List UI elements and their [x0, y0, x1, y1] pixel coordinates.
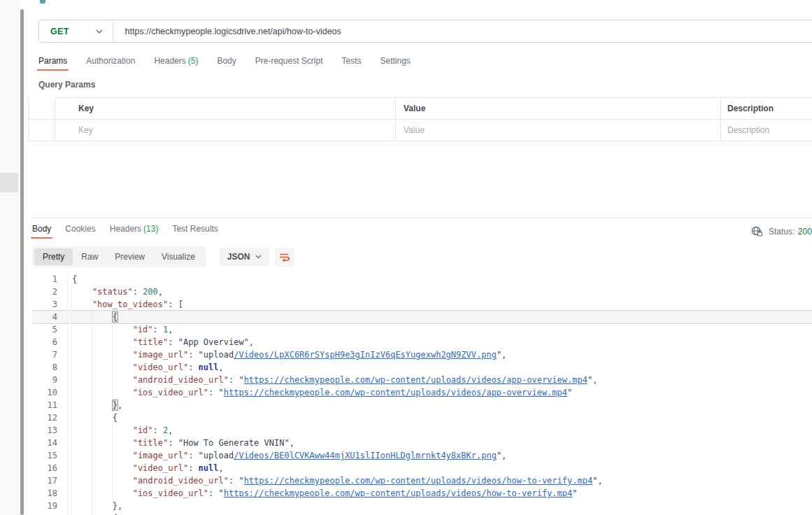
response-tab-body[interactable]: Body — [32, 224, 51, 239]
request-tab-pre-request-script[interactable]: Pre-request Script — [255, 56, 323, 71]
vertical-scrollbar[interactable] — [20, 9, 24, 515]
code-line-3[interactable]: 3"how_to_videos": [ — [32, 298, 812, 311]
code-line-9[interactable]: 9"android_video_url": "https://checkmype… — [32, 374, 812, 386]
json-link[interactable]: https://checkmypeople.com/wp-content/upl… — [224, 488, 573, 498]
format-select[interactable]: JSON — [220, 248, 269, 266]
json-number: 200 — [143, 287, 158, 297]
request-tab-tests[interactable]: Tests — [341, 56, 361, 71]
column-header-key: Key — [78, 104, 94, 113]
code-content: "ios_video_url": "https://checkmypeople.… — [67, 487, 812, 500]
code-line-19[interactable]: 19}, — [32, 500, 812, 512]
tab-label: Tests — [341, 56, 361, 66]
json-key: "id" — [133, 325, 153, 334]
json-key: "status" — [92, 287, 133, 297]
code-line-17[interactable]: 17"android_video_url": "https://checkmyp… — [32, 474, 812, 487]
indent-guide — [71, 512, 92, 515]
param-value-input[interactable]: Value — [404, 125, 425, 135]
code-line-2[interactable]: 2"status": 200, — [32, 285, 812, 298]
line-number: 4 — [32, 311, 67, 323]
json-string: " — [572, 488, 577, 498]
json-punctuation: , — [219, 362, 224, 372]
code-content: "image_url": "upload/Videos/LpXC6R6rSYsp… — [67, 348, 812, 361]
indent-guide — [71, 361, 92, 374]
code-line-4[interactable]: 4{ — [32, 311, 812, 323]
code-line-12[interactable]: 12{ — [32, 411, 812, 424]
json-punctuation: { — [72, 274, 77, 284]
view-tab-visualize[interactable]: Visualize — [153, 248, 204, 265]
indent-guide — [92, 374, 113, 386]
indent-guide — [71, 411, 92, 424]
request-tab-settings[interactable]: Settings — [380, 56, 411, 71]
json-link[interactable]: /Videos/LpXC6R6rSYspH9e3gInIzV6qEsYugexw… — [234, 350, 497, 360]
view-tab-raw[interactable]: Raw — [73, 248, 106, 265]
method-select[interactable]: GET — [50, 27, 69, 36]
json-string: "How To Generate VNIN" — [178, 438, 290, 448]
indent-guide — [71, 474, 92, 487]
code-line-15[interactable]: 15"image_url": "upload/Videos/BE0lCVKAww… — [32, 449, 812, 462]
response-tab-headers[interactable]: Headers(13) — [110, 224, 159, 239]
code-content: "id": 1, — [67, 323, 812, 336]
json-punctuation: , — [168, 325, 173, 334]
tab-label: Params — [38, 56, 67, 66]
code-line-13[interactable]: 13"id": 2, — [32, 424, 812, 437]
query-params-title: Query Params — [38, 80, 95, 90]
indent-guide — [92, 449, 113, 462]
json-punctuation: : [ — [168, 299, 183, 309]
response-tab-test-results[interactable]: Test Results — [172, 224, 218, 239]
json-key: "title" — [133, 438, 169, 448]
sidebar-collapse-handle[interactable] — [0, 173, 18, 192]
code-line-8[interactable]: 8"video_url": null, — [32, 361, 812, 374]
indent-guide — [92, 323, 113, 336]
indent-guide — [71, 298, 92, 311]
url-input[interactable]: https://checkmypeople.logicsdrive.net/ap… — [125, 27, 341, 36]
line-number: 14 — [32, 437, 67, 449]
code-line-20[interactable]: 20{ — [32, 512, 812, 515]
code-line-10[interactable]: 10"ios_video_url": "https://checkmypeopl… — [32, 386, 812, 399]
code-line-5[interactable]: 5"id": 1, — [32, 323, 812, 336]
indent-guide — [92, 411, 113, 424]
indent-guide — [112, 323, 133, 336]
code-line-11[interactable]: 11}, — [32, 399, 812, 411]
request-tab-authorization[interactable]: Authorization — [86, 56, 135, 71]
json-link[interactable]: https://checkmypeople.com/wp-content/upl… — [224, 388, 567, 397]
code-line-14[interactable]: 14"title": "How To Generate VNIN", — [32, 437, 812, 449]
json-key: "ios_video_url" — [133, 388, 208, 397]
json-punctuation: : — [153, 425, 163, 435]
request-tab-params[interactable]: Params — [38, 56, 67, 71]
line-wrap-button[interactable] — [275, 248, 294, 267]
status-label: Status: — [769, 227, 795, 237]
code-line-18[interactable]: 18"ios_video_url": "https://checkmypeopl… — [32, 487, 812, 500]
ui-fragment — [40, 0, 45, 3]
json-link[interactable]: https://checkmypeople.com/wp-content/upl… — [244, 375, 587, 385]
response-body-editor[interactable]: 1{2"status": 200,3"how_to_videos": [4{5"… — [32, 273, 812, 515]
json-key: "video_url" — [133, 362, 188, 372]
code-content: "how_to_videos": [ — [67, 298, 812, 311]
code-content: "title": "How To Generate VNIN", — [67, 437, 812, 449]
code-line-1[interactable]: 1{ — [32, 273, 812, 285]
json-punctuation: , — [168, 425, 173, 435]
json-link[interactable]: /Videos/BE0lCVKAww44mjXU1slIIonHLDglmrnk… — [234, 451, 497, 460]
json-link[interactable]: https://checkmypeople.com/wp-content/upl… — [244, 476, 593, 486]
response-status: Status: 200 — [751, 225, 812, 237]
indent-guide — [112, 449, 133, 462]
param-key-input[interactable]: Key — [78, 125, 93, 135]
view-tab-pretty[interactable]: Pretty — [34, 248, 73, 265]
request-tab-body[interactable]: Body — [217, 56, 236, 71]
table-border — [55, 97, 55, 141]
view-tab-preview[interactable]: Preview — [106, 248, 153, 265]
json-punctuation: : — [168, 438, 178, 448]
code-content: { — [67, 311, 812, 323]
code-content: { — [67, 512, 812, 515]
indent-guide — [112, 424, 133, 437]
indent-guide — [92, 348, 113, 361]
param-description-input[interactable]: Description — [727, 125, 769, 135]
chevron-down-icon[interactable] — [96, 29, 103, 34]
code-line-6[interactable]: 6"title": "App Overview", — [32, 336, 812, 348]
json-key: "android_video_url" — [133, 375, 229, 385]
request-tab-headers[interactable]: Headers(5) — [154, 56, 198, 71]
code-content: "status": 200, — [67, 285, 812, 298]
response-tab-cookies[interactable]: Cookies — [65, 224, 95, 239]
code-line-16[interactable]: 16"video_url": null, — [32, 462, 812, 474]
code-line-7[interactable]: 7"image_url": "upload/Videos/LpXC6R6rSYs… — [32, 348, 812, 361]
tab-count-badge: (5) — [188, 56, 199, 66]
